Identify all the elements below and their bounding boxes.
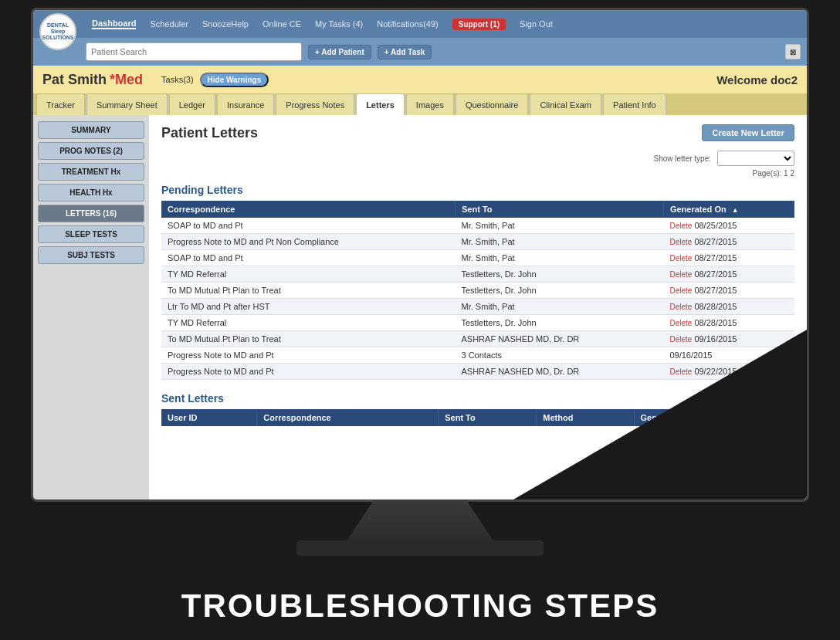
sent-to-cell: Mr. Smith, Pat bbox=[456, 299, 664, 315]
correspondence-cell: To MD Mutual Pt Plan to Treat bbox=[161, 331, 456, 347]
col-generated-on[interactable]: Generated On ▲ bbox=[663, 201, 794, 218]
nav-dashboard[interactable]: Dashboard bbox=[92, 19, 136, 29]
correspondence-cell: Progress Note to MD and Pt bbox=[161, 347, 456, 364]
table-row: TY MD ReferralTestletters, Dr. JohnDelet… bbox=[161, 266, 794, 283]
monitor-frame: DENTALSleepSOLUTIONS Dashboard Scheduler… bbox=[31, 8, 809, 502]
add-patient-button[interactable]: + Add Patient bbox=[308, 45, 371, 59]
tab-progress-notes[interactable]: Progress Notes bbox=[276, 93, 354, 115]
delete-link[interactable]: Delete bbox=[669, 367, 692, 376]
nav-scheduler[interactable]: Scheduler bbox=[150, 19, 188, 29]
date-cell: Delete 09/22/2015 bbox=[663, 364, 794, 380]
show-letter-select[interactable] bbox=[717, 151, 794, 166]
sent-to-cell: 3 Contacts bbox=[456, 347, 664, 364]
sent-to-cell: Testletters, Dr. John bbox=[456, 283, 664, 299]
search-bar: + Add Patient + Add Task ⊠ bbox=[33, 38, 807, 66]
welcome-text: Welcome doc2 bbox=[716, 73, 798, 86]
date-cell: 09/16/2015 bbox=[663, 347, 794, 364]
delete-link[interactable]: Delete bbox=[669, 335, 692, 344]
correspondence-cell: To MD Mutual Pt Plan to Treat bbox=[161, 283, 456, 299]
table-row: TY MD ReferralTestletters, Dr. JohnDelet… bbox=[161, 315, 794, 331]
sent-to-cell: Mr. Smith, Pat bbox=[456, 218, 664, 234]
troubleshooting-title: TROUBLESHOOTING STEPS bbox=[0, 588, 840, 625]
delete-link[interactable]: Delete bbox=[669, 286, 692, 295]
sidebar: SUMMARY PROG NOTES (2) TREATMENT Hx HEAL… bbox=[33, 115, 149, 499]
sidebar-letters[interactable]: LETTERS (16) bbox=[38, 205, 144, 222]
delete-link[interactable]: Delete bbox=[669, 319, 692, 327]
logo: DENTALSleepSOLUTIONS bbox=[39, 13, 76, 50]
tab-summary-sheet[interactable]: Summary Sheet bbox=[86, 93, 168, 115]
tab-insurance[interactable]: Insurance bbox=[217, 93, 274, 115]
content-area: SUMMARY PROG NOTES (2) TREATMENT Hx HEAL… bbox=[33, 115, 807, 499]
sidebar-health-hx[interactable]: HEALTH Hx bbox=[38, 184, 144, 201]
sent-to-cell: Mr. Smith, Pat bbox=[456, 234, 664, 250]
nav-online-ce[interactable]: Online CE bbox=[262, 19, 301, 29]
date-cell: Delete 08/27/2015 bbox=[663, 250, 794, 266]
correspondence-cell: Progress Note to MD and Pt Non Complianc… bbox=[161, 234, 456, 250]
tab-questionnaire[interactable]: Questionnaire bbox=[456, 93, 529, 115]
col-correspondence: Correspondence bbox=[161, 201, 456, 218]
sidebar-treatment-hx[interactable]: TREATMENT Hx bbox=[38, 163, 144, 181]
correspondence-cell: Ltr To MD and Pt after HST bbox=[161, 299, 456, 315]
window-controls[interactable]: ⊠ bbox=[785, 44, 801, 59]
main-content: Patient Letters Create New Letter Show l… bbox=[149, 115, 807, 499]
table-row: Progress Note to MD and Pt Non Complianc… bbox=[161, 234, 794, 250]
tab-ledger[interactable]: Ledger bbox=[169, 93, 215, 115]
delete-link[interactable]: Delete bbox=[669, 303, 692, 311]
patient-tasks: Tasks(3) Hide Warnings bbox=[161, 73, 269, 87]
search-input[interactable] bbox=[86, 42, 302, 61]
create-new-letter-button[interactable]: Create New Letter bbox=[702, 124, 794, 141]
nav-sign-out[interactable]: Sign Out bbox=[520, 19, 553, 29]
date-cell: Delete 08/28/2015 bbox=[663, 299, 794, 315]
date-cell: Delete 08/27/2015 bbox=[663, 266, 794, 283]
col-method: Method bbox=[537, 409, 634, 426]
tab-clinical-exam[interactable]: Clinical Exam bbox=[530, 93, 601, 115]
patient-name: Pat Smith bbox=[42, 72, 107, 88]
nav-snooze-help[interactable]: SnoozeHelp bbox=[202, 19, 249, 29]
table-row: To MD Mutual Pt Plan to TreatASHRAF NASH… bbox=[161, 331, 794, 347]
nav-notifications[interactable]: Notifications(49) bbox=[377, 19, 438, 29]
patient-med-badge: *Med bbox=[110, 72, 143, 88]
tab-patient-info[interactable]: Patient Info bbox=[603, 93, 666, 115]
top-nav-links: Dashboard Scheduler SnoozeHelp Online CE… bbox=[92, 10, 553, 38]
date-cell: Delete 08/25/2015 bbox=[663, 218, 794, 234]
page-title-row: Patient Letters Create New Letter bbox=[161, 124, 794, 141]
correspondence-cell: Progress Note to MD and Pt bbox=[161, 364, 456, 380]
correspondence-cell: SOAP to MD and Pt bbox=[161, 250, 456, 266]
delete-link[interactable]: Delete bbox=[669, 270, 692, 279]
sent-to-cell: Testletters, Dr. John bbox=[456, 266, 664, 283]
sent-letters-table: User ID Correspondence Sent To Method Ge… bbox=[161, 409, 794, 426]
correspondence-cell: SOAP to MD and Pt bbox=[161, 218, 456, 234]
delete-link[interactable]: Delete bbox=[669, 222, 692, 230]
nav-my-tasks[interactable]: My Tasks (4) bbox=[315, 19, 363, 29]
add-task-button[interactable]: + Add Task bbox=[378, 45, 432, 59]
tab-letters[interactable]: Letters bbox=[356, 93, 405, 115]
delete-link[interactable]: Delete bbox=[669, 254, 692, 262]
patient-header: Pat Smith *Med Tasks(3) Hide Warnings We… bbox=[33, 66, 807, 93]
support-button[interactable]: Support (1) bbox=[452, 19, 506, 30]
sent-to-cell: ASHRAF NASHED MD, Dr. DR bbox=[456, 364, 664, 380]
col-sent-to-sent: Sent To bbox=[439, 409, 537, 426]
bottom-text-area: TROUBLESHOOTING STEPS bbox=[0, 588, 840, 625]
sidebar-subj-tests[interactable]: SUBJ TESTS bbox=[38, 246, 144, 264]
tab-images[interactable]: Images bbox=[406, 93, 454, 115]
hide-warnings-button[interactable]: Hide Warnings bbox=[200, 73, 269, 87]
col-user-id: User ID bbox=[161, 409, 257, 426]
page-indicator: Page(s): 1 2 bbox=[161, 169, 794, 178]
correspondence-cell: TY MD Referral bbox=[161, 315, 456, 331]
sent-to-cell: Mr. Smith, Pat bbox=[456, 250, 664, 266]
sidebar-sleep-tests[interactable]: SLEEP TESTS bbox=[38, 225, 144, 243]
pending-section-title: Pending Letters bbox=[161, 184, 794, 196]
sent-section-title: Sent Letters bbox=[161, 392, 794, 405]
date-cell: Delete 08/27/2015 bbox=[663, 283, 794, 299]
show-letter-row: Show letter type: bbox=[161, 151, 794, 166]
delete-link[interactable]: Delete bbox=[669, 238, 692, 246]
sidebar-prog-notes[interactable]: PROG NOTES (2) bbox=[38, 142, 144, 160]
sidebar-summary[interactable]: SUMMARY bbox=[38, 121, 144, 139]
table-row: Ltr To MD and Pt after HSTMr. Smith, Pat… bbox=[161, 299, 794, 315]
table-row: Progress Note to MD and PtASHRAF NASHED … bbox=[161, 364, 794, 380]
tab-tracker[interactable]: Tracker bbox=[36, 93, 85, 115]
monitor-base bbox=[296, 540, 544, 556]
table-row: SOAP to MD and PtMr. Smith, PatDelete 08… bbox=[161, 218, 794, 234]
table-row: Progress Note to MD and Pt3 Contacts09/1… bbox=[161, 347, 794, 364]
table-row: SOAP to MD and PtMr. Smith, PatDelete 08… bbox=[161, 250, 794, 266]
